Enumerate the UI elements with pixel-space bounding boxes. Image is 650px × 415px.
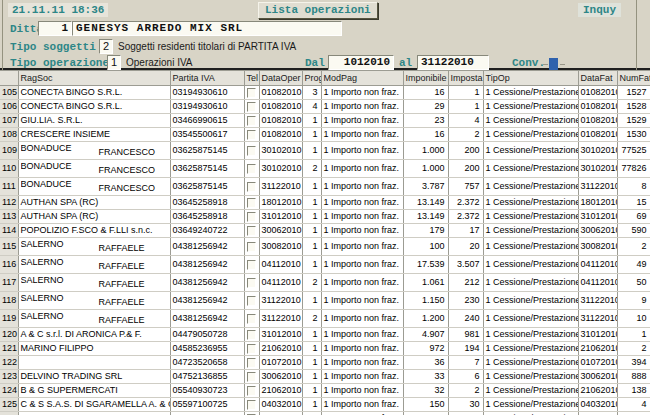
table-row[interactable]: 124B & G SUPERMERCATI0554093072321062010… — [0, 384, 650, 398]
piva-cell: 04723520658 — [170, 356, 244, 370]
tel-checkbox[interactable] — [247, 260, 256, 270]
imposta-cell: 200 — [448, 142, 483, 160]
imposta-cell: 212 — [448, 274, 483, 292]
tel-cell — [244, 328, 259, 342]
dataoper-cell: 18012010 — [259, 196, 302, 210]
tipo-soggetti-code-field[interactable]: 2 — [99, 39, 113, 54]
imponibile-cell: 4.907 — [403, 328, 448, 342]
prog-cell: 1 — [302, 256, 321, 274]
table-row[interactable]: 120A & C s.r.l. DI ARONICA P.& F.0447905… — [0, 328, 650, 342]
al-date-field[interactable]: 31122010 — [417, 55, 489, 70]
tel-checkbox[interactable] — [247, 386, 256, 396]
table-row[interactable]: 115SALERNORAFFAELE043812569423008201011 … — [0, 238, 650, 256]
ragsoc-cell: B & G SUPERMERCATI — [18, 384, 170, 398]
tel-checkbox[interactable] — [247, 146, 256, 156]
ditta-code-field[interactable]: 1 — [38, 21, 72, 36]
tel-checkbox[interactable] — [247, 344, 256, 354]
col-header-modpag[interactable]: ModPag — [321, 71, 403, 86]
piva-cell: 04381256942 — [170, 256, 244, 274]
modpag-cell: 1 Importo non fraz. — [321, 328, 403, 342]
tel-checkbox[interactable] — [247, 372, 256, 382]
table-row[interactable]: 116SALERNORAFFAELE043812569420411201011 … — [0, 256, 650, 274]
modpag-cell: 1 Importo non fraz. — [321, 160, 403, 178]
tel-checkbox[interactable] — [247, 358, 256, 368]
tel-checkbox[interactable] — [247, 164, 256, 174]
tel-checkbox[interactable] — [247, 400, 256, 410]
table-row[interactable]: 123DELVINO TRADING SRL047521368553006201… — [0, 370, 650, 384]
col-header-ragsoc[interactable]: RagSoc — [18, 71, 170, 86]
tel-cell — [244, 86, 259, 100]
ditta-name-field[interactable]: GENESYS ARREDO MIX SRL — [72, 21, 342, 36]
tipop-cell: 1 Cessione/Prestazione — [483, 256, 578, 274]
col-header-imposta[interactable]: Imposta — [448, 71, 483, 86]
conv-toggle[interactable] — [549, 58, 558, 70]
table-row[interactable]: 109BONADUCEFRANCESCO03625875145301020101… — [0, 142, 650, 160]
table-row[interactable]: 118SALERNORAFFAELE043812569423112201011 … — [0, 292, 650, 310]
piva-cell: 08562447584 — [170, 412, 244, 415]
col-header-prog[interactable]: Prog — [302, 71, 321, 86]
tel-checkbox[interactable] — [247, 102, 256, 112]
table-row[interactable]: 114POPOLIZIO F.SCO & F.LLI s.n.c.0364924… — [0, 224, 650, 238]
imposta-cell: 230 — [448, 292, 483, 310]
col-header-tipop[interactable]: TipOp — [483, 71, 578, 86]
tipo-operazione-code-field[interactable]: 1 — [107, 55, 121, 70]
tel-checkbox[interactable] — [247, 278, 256, 288]
modpag-cell: 1 Importo non fraz. — [321, 398, 403, 412]
lista-operazioni-button[interactable]: Lista operazioni — [258, 2, 378, 19]
tel-checkbox[interactable] — [247, 226, 256, 236]
datafat-cell: 04032010 — [578, 398, 617, 412]
table-row[interactable]: 119SALERNORAFFAELE043812569423112201021 … — [0, 310, 650, 328]
inquiry-button[interactable]: Inquy — [578, 3, 621, 17]
rownum-cell: 122 — [0, 356, 18, 370]
table-row[interactable]: 107GIU.LIA. S.R.L.034669906150108201011 … — [0, 114, 650, 128]
col-header-dataoper[interactable]: DataOper — [259, 71, 302, 86]
tel-checkbox[interactable] — [247, 330, 256, 340]
table-row[interactable]: 126FIORE DOMENICO & C. SNC08562447584300… — [0, 412, 650, 415]
tel-checkbox[interactable] — [247, 116, 256, 126]
tipop-cell: 1 Cessione/Prestazione — [483, 142, 578, 160]
tel-checkbox[interactable] — [247, 296, 256, 306]
tel-checkbox[interactable] — [247, 198, 256, 208]
dataoper-cell: 30102010 — [259, 160, 302, 178]
table-row[interactable]: 122047235206580107201011 Importo non fra… — [0, 356, 650, 370]
col-header-datafat[interactable]: DataFat — [578, 71, 617, 86]
table-row[interactable]: 108CRESCERE INSIEME035455006170108201011… — [0, 128, 650, 142]
imposta-cell: 1 — [448, 100, 483, 114]
table-row[interactable]: 112AUTHAN SPA (RC)036452589181801201011 … — [0, 196, 650, 210]
dal-date-field[interactable]: 1012010 — [328, 55, 394, 70]
imposta-cell: 2.372 — [448, 210, 483, 224]
numfat-cell: 49 — [617, 256, 650, 274]
imposta-cell: 30 — [448, 398, 483, 412]
table-row[interactable]: 105CONECTA BINGO S.R.L.03194930610010820… — [0, 86, 650, 100]
numfat-cell: 1529 — [617, 114, 650, 128]
tel-checkbox[interactable] — [247, 130, 256, 140]
table-row[interactable]: 125C & S S.A.S. DI SGARAMELLA A. & C.055… — [0, 398, 650, 412]
col-header-rownum[interactable] — [0, 71, 18, 86]
table-row[interactable]: 106CONECTA BINGO S.R.L.03194930610010820… — [0, 100, 650, 114]
tel-checkbox[interactable] — [247, 314, 256, 324]
table-row[interactable]: 117SALERNORAFFAELE043812569420411201021 … — [0, 274, 650, 292]
table-row[interactable]: 121MARINO FILIPPO045852369552106201011 I… — [0, 342, 650, 356]
col-header-piva[interactable]: Partita IVA — [170, 71, 244, 86]
tel-cell — [244, 356, 259, 370]
tel-checkbox[interactable] — [247, 182, 256, 192]
imposta-cell: 200 — [448, 160, 483, 178]
prog-cell: 4 — [302, 100, 321, 114]
table-row[interactable]: 110BONADUCEFRANCESCO03625875145301020102… — [0, 160, 650, 178]
tel-cell — [244, 178, 259, 196]
tel-checkbox[interactable] — [247, 88, 256, 98]
tel-cell — [244, 160, 259, 178]
col-header-numfat[interactable]: NumFat — [617, 71, 650, 86]
piva-cell: 04381256942 — [170, 238, 244, 256]
table-row[interactable]: 113AUTHAN SPA (RC)036452589183101201011 … — [0, 210, 650, 224]
tel-checkbox[interactable] — [247, 212, 256, 222]
col-header-tel[interactable]: Tel — [244, 71, 259, 86]
dataoper-cell: 30062010 — [259, 224, 302, 238]
col-header-imponibile[interactable]: Imponibile — [403, 71, 448, 86]
table-row[interactable]: 111BONADUCEFRANCESCO03625875145311220101… — [0, 178, 650, 196]
rownum-cell: 112 — [0, 196, 18, 210]
ragsoc-cell: DELVINO TRADING SRL — [18, 370, 170, 384]
ragsoc-firstname: FRANCESCO — [99, 183, 156, 193]
piva-cell: 04585236955 — [170, 342, 244, 356]
tel-checkbox[interactable] — [247, 242, 256, 252]
